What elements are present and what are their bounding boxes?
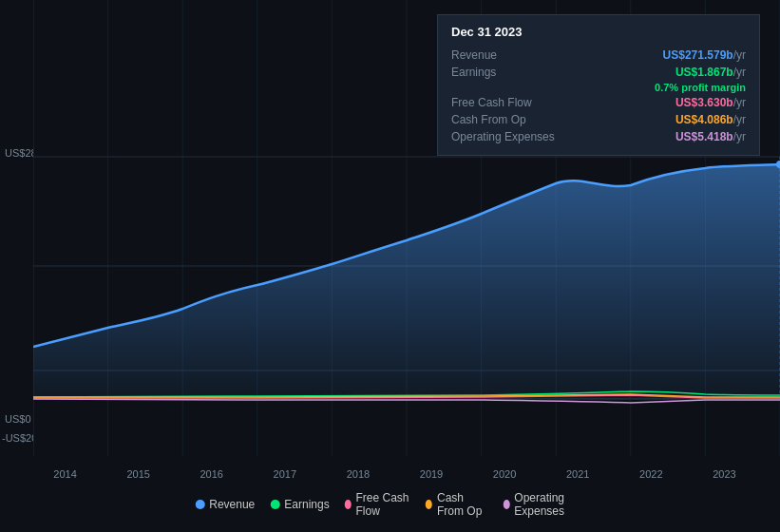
chart-legend: Revenue Earnings Free Cash Flow Cash Fro… bbox=[195, 491, 585, 518]
legend-dot-earnings bbox=[270, 500, 279, 509]
legend-label-operating-expenses: Operating Expenses bbox=[514, 491, 584, 518]
x-axis-labels: 2014 2015 2016 2017 2018 2019 2020 2021 … bbox=[29, 468, 780, 480]
legend-item-revenue[interactable]: Revenue bbox=[195, 498, 255, 511]
tooltip-cash-from-op-value: US$4.086b/yr bbox=[675, 113, 746, 126]
chart-container: Dec 31 2023 Revenue US$271.579b/yr Earni… bbox=[0, 0, 780, 532]
tooltip-cash-from-op-label: Cash From Op bbox=[451, 113, 526, 126]
tooltip-op-expenses-value: US$5.418b/yr bbox=[675, 130, 746, 143]
tooltip-free-cash-label: Free Cash Flow bbox=[451, 96, 532, 109]
legend-dot-operating-expenses bbox=[503, 500, 509, 509]
tooltip-card: Dec 31 2023 Revenue US$271.579b/yr Earni… bbox=[437, 14, 760, 156]
tooltip-op-expenses-label: Operating Expenses bbox=[451, 130, 555, 143]
x-label-2016: 2016 bbox=[200, 468, 222, 480]
tooltip-earnings-label: Earnings bbox=[451, 66, 496, 79]
tooltip-earnings-value: US$1.867b/yr bbox=[675, 66, 746, 79]
legend-label-earnings: Earnings bbox=[284, 498, 329, 511]
y-label-0: US$0 bbox=[5, 413, 31, 425]
legend-dot-revenue bbox=[195, 500, 204, 509]
x-label-2018: 2018 bbox=[347, 468, 370, 480]
legend-dot-free-cash-flow bbox=[345, 500, 352, 509]
profit-margin-row: 0.7% profit margin bbox=[451, 81, 746, 94]
x-label-2022: 2022 bbox=[639, 468, 662, 480]
legend-label-cash-from-op: Cash From Op bbox=[437, 491, 488, 518]
profit-margin: 0.7% profit margin bbox=[655, 82, 746, 93]
tooltip-date: Dec 31 2023 bbox=[451, 25, 746, 39]
tooltip-free-cash-value: US$3.630b/yr bbox=[675, 96, 746, 109]
legend-item-operating-expenses[interactable]: Operating Expenses bbox=[503, 491, 584, 518]
x-label-2017: 2017 bbox=[274, 468, 296, 480]
x-label-2019: 2019 bbox=[420, 468, 443, 480]
tooltip-free-cash-row: Free Cash Flow US$3.630b/yr bbox=[451, 94, 746, 111]
legend-item-cash-from-op[interactable]: Cash From Op bbox=[426, 491, 487, 518]
tooltip-cash-from-op-row: Cash From Op US$4.086b/yr bbox=[451, 111, 746, 128]
x-label-2021: 2021 bbox=[566, 468, 589, 480]
tooltip-op-expenses-row: Operating Expenses US$5.418b/yr bbox=[451, 128, 746, 145]
legend-dot-cash-from-op bbox=[426, 500, 432, 509]
x-label-2014: 2014 bbox=[53, 468, 76, 480]
legend-label-revenue: Revenue bbox=[209, 498, 255, 511]
legend-item-free-cash-flow[interactable]: Free Cash Flow bbox=[345, 491, 411, 518]
tooltip-revenue-row: Revenue US$271.579b/yr bbox=[451, 47, 746, 64]
x-label-2015: 2015 bbox=[126, 468, 149, 480]
x-label-2023: 2023 bbox=[713, 468, 735, 480]
x-label-2020: 2020 bbox=[493, 468, 516, 480]
tooltip-revenue-value: US$271.579b/yr bbox=[663, 48, 746, 62]
legend-item-earnings[interactable]: Earnings bbox=[270, 498, 329, 511]
legend-label-free-cash-flow: Free Cash Flow bbox=[355, 491, 410, 518]
tooltip-revenue-label: Revenue bbox=[451, 48, 497, 62]
tooltip-earnings-row: Earnings US$1.867b/yr bbox=[451, 64, 746, 81]
